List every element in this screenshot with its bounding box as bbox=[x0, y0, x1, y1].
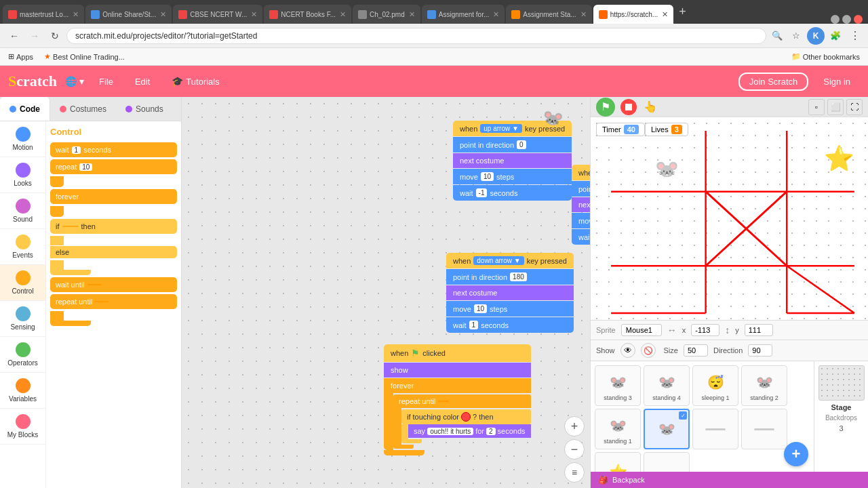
timer-badge: Timer 40 bbox=[596, 123, 645, 136]
zoom-reset-button[interactable]: ≡ bbox=[564, 462, 585, 483]
tab-3-close[interactable]: ✕ bbox=[251, 10, 257, 19]
window-maximize[interactable] bbox=[842, 15, 851, 24]
x-input[interactable] bbox=[691, 324, 719, 336]
forward-button[interactable]: → bbox=[26, 27, 43, 45]
sprite-thumb-standing1[interactable]: 🐭 standing 1 bbox=[595, 409, 641, 449]
svg-line-4 bbox=[706, 192, 787, 266]
browser-tab-1[interactable]: mastertrust Lo... ✕ bbox=[3, 5, 84, 24]
right-panel: ⚑ 👆 ▫ ⬜ ⛶ bbox=[590, 97, 868, 488]
refresh-button[interactable]: ↻ bbox=[46, 27, 64, 45]
sprite-thumb-standing4[interactable]: 🐭 standing 4 bbox=[644, 365, 690, 406]
tab-6-label: Assignment for... bbox=[439, 11, 489, 18]
tab-7-close[interactable]: ✕ bbox=[580, 10, 587, 19]
zoom-in-button[interactable]: + bbox=[564, 416, 585, 436]
tab-2-close[interactable]: ✕ bbox=[160, 10, 166, 19]
category-operators[interactable]: Operators bbox=[0, 337, 45, 373]
code-canvas[interactable]: when up arrow ▼ key pressed point in dir… bbox=[182, 97, 590, 488]
sprite-label: Sprite bbox=[596, 326, 616, 334]
categories-panel: Motion Looks Sound Events Control bbox=[0, 121, 46, 488]
green-flag-button[interactable]: ⚑ bbox=[596, 98, 615, 117]
sprite-thumb-active[interactable]: 🐭 ✓ bbox=[644, 409, 690, 449]
tab-5-close[interactable]: ✕ bbox=[409, 10, 415, 19]
stage-normal-button[interactable]: ⬜ bbox=[827, 99, 844, 115]
blocks-category-header: Control bbox=[50, 127, 177, 137]
trading-bookmark[interactable]: ★Best Online Trading... bbox=[41, 51, 127, 62]
tab-4-label: NCERT Books F... bbox=[281, 11, 336, 18]
new-tab-button[interactable]: + bbox=[675, 5, 690, 19]
category-myblocks[interactable]: My Blocks bbox=[0, 409, 45, 445]
y-input[interactable] bbox=[745, 324, 773, 336]
browser-tab-8-active[interactable]: https://scratch... ✕ bbox=[593, 5, 674, 24]
show-hidden-button[interactable]: 🚫 bbox=[641, 343, 656, 358]
tab-8-label: https://scratch... bbox=[610, 11, 658, 18]
cursor-tool[interactable]: 👆 bbox=[642, 99, 658, 115]
tab-costumes[interactable]: Costumes bbox=[50, 97, 116, 121]
code-group-1: when up arrow ▼ key pressed point in dir… bbox=[453, 121, 572, 201]
tab-1-close[interactable]: ✕ bbox=[73, 10, 79, 19]
sprite-thumb-star[interactable]: ⭐ bbox=[595, 452, 641, 472]
globe-icon[interactable]: 🌐 ▾ bbox=[65, 76, 84, 87]
sprite-thumb-standing2[interactable]: 🐭 standing 2 bbox=[741, 365, 787, 406]
bookmark-icon[interactable]: ☆ bbox=[788, 28, 804, 44]
apps-bookmark[interactable]: ⊞Apps bbox=[5, 51, 36, 62]
category-sensing[interactable]: Sensing bbox=[0, 301, 45, 337]
block-forever[interactable]: forever bbox=[50, 189, 177, 204]
browser-tab-5[interactable]: Ch_02.pmd ✕ bbox=[353, 5, 420, 24]
category-sound[interactable]: Sound bbox=[0, 193, 45, 229]
profile-icon[interactable]: K bbox=[807, 27, 825, 45]
other-bookmarks[interactable]: 📁Other bookmarks bbox=[789, 51, 863, 62]
tutorials-menu[interactable]: 🎓 Tutorials bbox=[165, 73, 226, 89]
browser-tab-2[interactable]: Online Share/St... ✕ bbox=[85, 5, 172, 24]
browser-tab-3[interactable]: CBSE NCERT W... ✕ bbox=[173, 5, 262, 24]
file-menu[interactable]: File bbox=[92, 74, 120, 89]
browser-menu-icon[interactable]: ⋮ bbox=[846, 28, 863, 44]
edit-menu[interactable]: Edit bbox=[128, 74, 157, 89]
show-label: Show bbox=[596, 346, 615, 354]
tab-code[interactable]: Code bbox=[0, 97, 50, 121]
block-repeat[interactable]: repeat 10 bbox=[50, 159, 177, 174]
category-looks[interactable]: Looks bbox=[0, 157, 45, 193]
scratch-logo[interactable]: Scratch bbox=[8, 73, 57, 90]
zoom-out-button[interactable]: − bbox=[564, 439, 585, 460]
block-repeat-until[interactable]: repeat until bbox=[50, 294, 177, 309]
star-sprite: ⭐ bbox=[824, 144, 854, 173]
address-field[interactable] bbox=[66, 28, 766, 44]
block-wait-until[interactable]: wait until bbox=[50, 277, 177, 292]
category-motion[interactable]: Motion bbox=[0, 121, 45, 157]
stage-fullscreen-button[interactable]: ⛶ bbox=[846, 99, 863, 115]
size-input[interactable] bbox=[684, 344, 708, 357]
x-label: x bbox=[682, 326, 686, 334]
block-wait[interactable]: wait 1 seconds bbox=[50, 142, 177, 157]
sign-in-button[interactable]: Sign in bbox=[814, 74, 860, 89]
tab-4-close[interactable]: ✕ bbox=[340, 10, 346, 19]
sprite-name-input[interactable] bbox=[621, 324, 662, 336]
category-variables[interactable]: Variables bbox=[0, 373, 45, 409]
show-visible-button[interactable]: 👁 bbox=[620, 343, 635, 358]
window-minimize[interactable] bbox=[831, 15, 840, 24]
stage-small-button[interactable]: ▫ bbox=[808, 99, 825, 115]
sprite-props-bar: Show 👁 🚫 Size Direction bbox=[591, 340, 868, 361]
sprite-thumb-sleeping1[interactable]: 😴 sleeping 1 bbox=[692, 365, 738, 406]
window-close[interactable] bbox=[854, 15, 863, 24]
sprite-thumb-standing3[interactable]: 🐭 standing 3 bbox=[595, 365, 641, 406]
direction-input[interactable] bbox=[748, 344, 772, 357]
back-button[interactable]: ← bbox=[5, 27, 23, 45]
join-scratch-button[interactable]: Join Scratch bbox=[738, 73, 809, 91]
browser-tab-7[interactable]: Assignment Sta... ✕ bbox=[506, 5, 591, 24]
stage-thumb[interactable] bbox=[818, 365, 865, 401]
backpack-bar[interactable]: 🎒 Backpack bbox=[591, 472, 868, 488]
category-events[interactable]: Events bbox=[0, 229, 45, 265]
block-if-then[interactable]: if then bbox=[50, 219, 177, 234]
tab-8-close[interactable]: ✕ bbox=[662, 10, 668, 19]
browser-tab-4[interactable]: NCERT Books F... ✕ bbox=[264, 5, 351, 24]
tab-sounds[interactable]: Sounds bbox=[116, 97, 173, 121]
category-control[interactable]: Control bbox=[0, 265, 45, 301]
add-sprite-button[interactable]: + bbox=[784, 442, 808, 466]
tab-6-close[interactable]: ✕ bbox=[493, 10, 499, 19]
extensions-icon[interactable]: 🧩 bbox=[827, 28, 844, 44]
tab-1-label: mastertrust Lo... bbox=[20, 11, 68, 18]
browser-tab-6[interactable]: Assignment for... ✕ bbox=[422, 5, 505, 24]
search-icon[interactable]: 🔍 bbox=[769, 28, 785, 44]
stage-label: Stage bbox=[831, 403, 852, 411]
red-stop-button[interactable] bbox=[620, 99, 637, 115]
